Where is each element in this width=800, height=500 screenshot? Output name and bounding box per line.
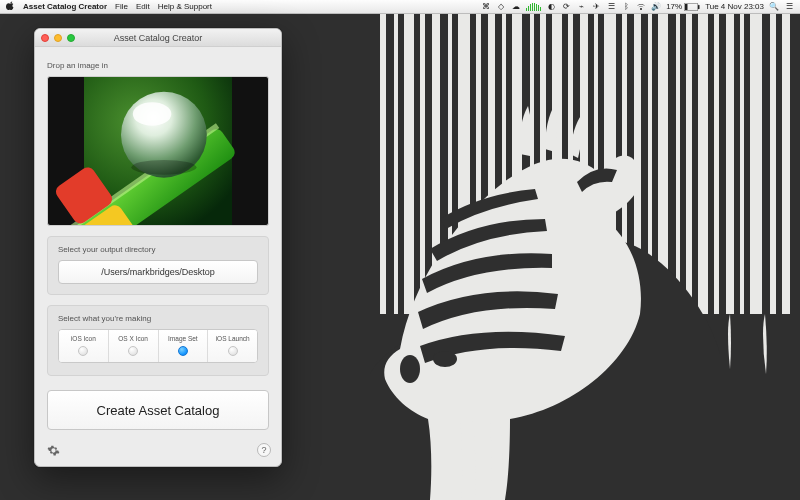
menu-clock[interactable]: Tue 4 Nov 23:03 <box>705 2 764 11</box>
svg-point-44 <box>131 160 196 175</box>
svg-rect-4 <box>420 14 425 314</box>
svg-rect-24 <box>686 14 692 314</box>
apple-menu-icon[interactable] <box>6 1 15 12</box>
svg-point-43 <box>133 102 171 126</box>
menu-extra-icon[interactable]: ⌘ <box>481 2 491 12</box>
battery-pct: 17% <box>666 2 682 11</box>
menu-app-name[interactable]: Asset Catalog Creator <box>23 2 107 11</box>
svg-rect-1 <box>380 14 386 314</box>
svg-rect-31 <box>782 14 790 314</box>
menu-bar: Asset Catalog Creator File Edit Help & S… <box>0 0 800 14</box>
app-window: Asset Catalog Creator Drop an image in <box>34 28 282 467</box>
menu-help[interactable]: Help & Support <box>158 2 212 11</box>
asset-type-group: Select what you're making iOS Icon OS X … <box>47 305 269 376</box>
svg-rect-26 <box>714 14 719 314</box>
svg-rect-36 <box>685 4 688 10</box>
window-titlebar[interactable]: Asset Catalog Creator <box>35 29 281 47</box>
option-image-set[interactable]: Image Set <box>159 330 209 362</box>
desktop: Asset Catalog Creator File Edit Help & S… <box>0 0 800 500</box>
radio-dot <box>178 346 188 356</box>
option-label: Image Set <box>168 335 198 342</box>
menu-extra-4-icon[interactable]: ⌁ <box>576 2 586 12</box>
radio-dot <box>228 346 238 356</box>
volume-icon[interactable]: 🔊 <box>651 2 661 12</box>
option-label: OS X Icon <box>118 335 148 342</box>
svg-rect-25 <box>698 14 708 314</box>
dropbox-icon[interactable]: ◇ <box>496 2 506 12</box>
window-minimize-button[interactable] <box>54 34 62 42</box>
audio-eq-icon[interactable] <box>526 3 541 11</box>
svg-rect-29 <box>750 14 762 314</box>
svg-rect-30 <box>770 14 776 314</box>
svg-rect-35 <box>698 5 700 9</box>
option-label: iOS Launch <box>216 335 250 342</box>
radio-dot <box>78 346 88 356</box>
window-zoom-button[interactable] <box>67 34 75 42</box>
svg-rect-27 <box>726 14 734 314</box>
menu-edit[interactable]: Edit <box>136 2 150 11</box>
cloud-icon[interactable]: ☁ <box>511 2 521 12</box>
svg-point-33 <box>400 355 420 383</box>
svg-rect-28 <box>740 14 744 314</box>
menu-extra-3-icon[interactable]: ⟳ <box>561 2 571 12</box>
option-label: iOS Icon <box>71 335 96 342</box>
menu-extra-2-icon[interactable]: ◐ <box>546 2 556 12</box>
select-label: Select what you're making <box>58 314 258 323</box>
bluetooth-icon[interactable]: ᛒ <box>621 2 631 12</box>
option-ios-launch[interactable]: iOS Launch <box>208 330 257 362</box>
svg-rect-3 <box>404 14 414 314</box>
drop-label: Drop an image in <box>47 61 269 70</box>
help-button[interactable]: ? <box>257 443 271 457</box>
create-asset-catalog-button[interactable]: Create Asset Catalog <box>47 390 269 430</box>
option-osx-icon[interactable]: OS X Icon <box>109 330 159 362</box>
battery-indicator[interactable]: 17% <box>666 2 700 11</box>
menu-file[interactable]: File <box>115 2 128 11</box>
output-label: Select your output directory <box>58 245 258 254</box>
radio-dot <box>128 346 138 356</box>
option-ios-icon[interactable]: iOS Icon <box>59 330 109 362</box>
menu-extra-6-icon[interactable]: ☰ <box>606 2 616 12</box>
asset-type-segmented: iOS Icon OS X Icon Image Set iOS Launch <box>58 329 258 363</box>
notification-center-icon[interactable]: ☰ <box>784 2 794 12</box>
svg-rect-2 <box>394 14 398 314</box>
desktop-wallpaper <box>370 14 800 500</box>
output-directory-group: Select your output directory /Users/mark… <box>47 236 269 295</box>
image-drop-zone[interactable] <box>47 76 269 226</box>
spotlight-icon[interactable]: 🔍 <box>769 2 779 12</box>
settings-gear-icon[interactable] <box>45 442 61 458</box>
svg-rect-23 <box>676 14 680 314</box>
window-close-button[interactable] <box>41 34 49 42</box>
output-directory-button[interactable]: /Users/markbridges/Desktop <box>58 260 258 284</box>
wifi-icon[interactable] <box>636 2 646 12</box>
menu-extra-5-icon[interactable]: ✈ <box>591 2 601 12</box>
svg-point-32 <box>433 351 457 367</box>
